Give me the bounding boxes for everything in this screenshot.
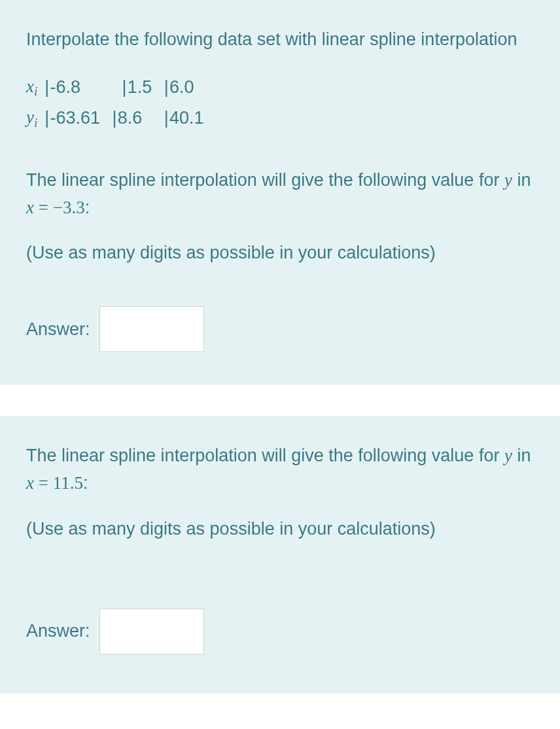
x-value-1: |1.5 [105, 72, 156, 103]
y-value-1: |8.6 [105, 103, 156, 133]
table-row: yi |-63.61 |8.6 |40.1 [26, 103, 208, 133]
data-table: xi |-6.8 |1.5 |6.0 yi |-63.61 |8.6 |40.1 [26, 72, 208, 134]
question-panel-1: Interpolate the following data set with … [0, 0, 560, 385]
precision-note: (Use as many digits as possible in your … [26, 516, 534, 543]
question-panel-2: The linear spline interpolation will giv… [0, 416, 560, 694]
answer-input-2[interactable] [99, 609, 204, 654]
answer-row-1: Answer: [26, 306, 534, 352]
row-label-x: xi [26, 72, 42, 103]
answer-label: Answer: [26, 621, 90, 641]
row-label-y: yi [26, 103, 42, 133]
y-value-2: |40.1 [156, 103, 208, 133]
intro-text: Interpolate the following data set with … [26, 26, 534, 54]
question-prompt-1: The linear spline interpolation will giv… [26, 167, 534, 222]
x-value-0: |-6.8 [42, 72, 105, 103]
x-value-2: |6.0 [156, 72, 208, 103]
answer-row-2: Answer: [26, 609, 534, 654]
y-value-0: |-63.61 [42, 103, 105, 133]
precision-note: (Use as many digits as possible in your … [26, 240, 534, 267]
answer-input-1[interactable] [99, 306, 204, 352]
question-prompt-2: The linear spline interpolation will giv… [26, 442, 534, 497]
table-row: xi |-6.8 |1.5 |6.0 [26, 72, 208, 103]
answer-label: Answer: [26, 319, 90, 340]
